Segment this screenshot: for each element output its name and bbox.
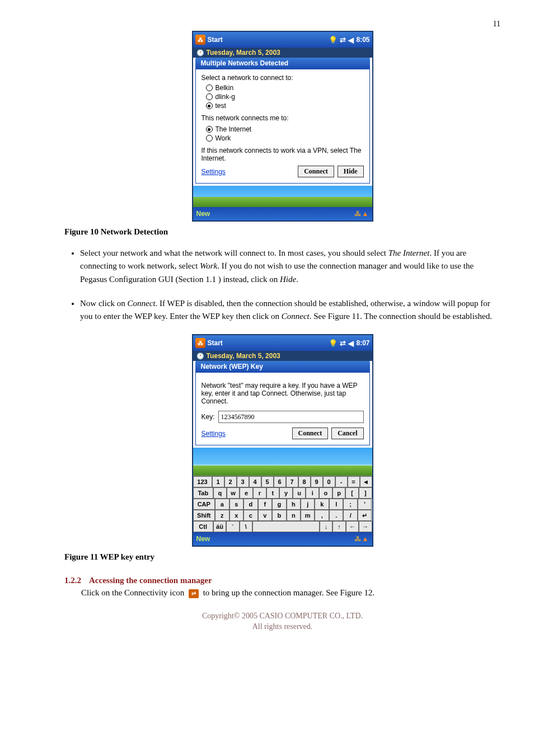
connect-button[interactable]: Connect	[298, 166, 334, 177]
keyboard-key[interactable]: 6	[274, 476, 286, 487]
network-option-belkin[interactable]: Belkin	[206, 84, 364, 92]
dest-option-internet[interactable]: The Internet	[206, 125, 364, 133]
keyboard-key[interactable]: CAP	[193, 499, 216, 510]
keyboard-key[interactable]: ◄	[360, 476, 372, 487]
keyboard-key[interactable]: 8	[298, 476, 311, 487]
tray-icon[interactable]: ▲	[362, 535, 369, 543]
keyboard-key[interactable]: y	[279, 487, 293, 499]
keyboard-key[interactable]: j	[301, 499, 315, 510]
dest-option-work[interactable]: Work	[206, 134, 364, 142]
keyboard-key[interactable]: ←	[346, 521, 359, 532]
bulb-icon[interactable]: 💡	[329, 339, 338, 348]
keyboard-key[interactable]: `	[226, 521, 239, 532]
keyboard-key[interactable]: .	[329, 510, 343, 521]
keyboard-key[interactable]: w	[227, 487, 240, 499]
keyboard-key[interactable]: 0	[323, 476, 335, 487]
keyboard-key[interactable]: f	[258, 499, 272, 510]
keyboard-key[interactable]: b	[272, 510, 286, 521]
keyboard-key[interactable]: u	[293, 487, 306, 499]
keyboard-key[interactable]: Tab	[193, 487, 214, 499]
keyboard-key[interactable]: e	[240, 487, 253, 499]
keyboard-key[interactable]: m	[301, 510, 315, 521]
keyboard-key[interactable]: áü	[213, 521, 226, 532]
tray-icon[interactable]: ▲	[362, 210, 369, 218]
keyboard-key[interactable]: ;	[343, 499, 357, 510]
keyboard-key[interactable]: a	[215, 499, 229, 510]
window-title[interactable]: Start	[208, 36, 329, 44]
keyboard-key[interactable]: 3	[237, 476, 249, 487]
keyboard-key[interactable]: ↓	[320, 521, 332, 532]
keyboard-key[interactable]	[252, 521, 320, 532]
keyboard-key[interactable]: ↵	[358, 510, 372, 521]
keyboard-key[interactable]: 2	[224, 476, 237, 487]
keyboard-key[interactable]: 5	[261, 476, 274, 487]
select-network-label: Select a network to connect to:	[202, 74, 364, 82]
bulb-icon[interactable]: 💡	[329, 36, 338, 44]
keyboard-key[interactable]: q	[213, 487, 227, 499]
network-option-test[interactable]: test	[206, 102, 364, 110]
clock[interactable]: 8:05	[356, 36, 369, 44]
soft-input-panel[interactable]: 1231234567890-=◄ Tabqwertyuiop[] CAPasdf…	[193, 476, 372, 532]
keyboard-key[interactable]: x	[229, 510, 243, 521]
connect-button[interactable]: Connect	[292, 428, 329, 439]
keyboard-key[interactable]: n	[287, 510, 301, 521]
keyboard-key[interactable]: 1	[212, 476, 224, 487]
keyboard-key[interactable]: r	[253, 487, 266, 499]
keyboard-key[interactable]: z	[215, 510, 229, 521]
settings-link[interactable]: Settings	[202, 430, 226, 438]
window-title-bar: ⁂ Start 💡 ⇄ ◀ 8:07	[193, 335, 372, 351]
keyboard-key[interactable]: '	[358, 499, 372, 510]
keyboard-key[interactable]: i	[306, 487, 319, 499]
keyboard-key[interactable]: o	[319, 487, 332, 499]
keyboard-key[interactable]: =	[348, 476, 360, 487]
start-flag-icon: ⁂	[195, 35, 205, 45]
keyboard-key[interactable]: v	[258, 510, 272, 521]
keyboard-key[interactable]: h	[287, 499, 301, 510]
window-title[interactable]: Start	[208, 339, 329, 347]
keyboard-key[interactable]: k	[315, 499, 329, 510]
wep-key-input[interactable]	[218, 411, 364, 423]
keyboard-key[interactable]: /	[343, 510, 357, 521]
keyboard-key[interactable]: d	[243, 499, 257, 510]
connectivity-icon[interactable]: ⇄	[340, 36, 346, 44]
speaker-icon[interactable]: ◀	[348, 339, 354, 348]
clock[interactable]: 8:07	[356, 339, 369, 347]
keyboard-key[interactable]: ↑	[332, 521, 345, 532]
keyboard-key[interactable]: ,	[315, 510, 329, 521]
keyboard-key[interactable]: →	[359, 521, 372, 532]
section-number: 1.2.2	[64, 576, 81, 585]
connectivity-icon[interactable]: ⇄	[340, 339, 346, 348]
keyboard-key[interactable]: ]	[359, 487, 372, 499]
keyboard-key[interactable]: Ctl	[193, 521, 213, 532]
settings-link[interactable]: Settings	[202, 168, 226, 176]
desktop-background	[193, 448, 372, 476]
keyboard-key[interactable]: 9	[311, 476, 323, 487]
keyboard-key[interactable]: -	[335, 476, 348, 487]
connects-to-label: This network connects me to:	[202, 114, 364, 122]
speaker-icon[interactable]: ◀	[348, 36, 354, 44]
keyboard-key[interactable]: Shift	[193, 510, 216, 521]
network-option-dlinkg[interactable]: dlink-g	[206, 93, 364, 101]
new-menu[interactable]: New	[196, 535, 210, 543]
keyboard-key[interactable]: t	[266, 487, 280, 499]
keyboard-key[interactable]: [	[345, 487, 359, 499]
keyboard-key[interactable]: c	[243, 510, 257, 521]
tray-icon[interactable]: 🖧	[354, 535, 361, 543]
text: . See Figure 11. The connection should b…	[310, 312, 492, 321]
keyboard-key[interactable]: p	[332, 487, 346, 499]
keyboard-key[interactable]: 123	[193, 476, 212, 487]
keyboard-key[interactable]: s	[229, 499, 243, 510]
tray-icon[interactable]: 🖧	[354, 210, 361, 218]
hide-button[interactable]: Hide	[338, 166, 364, 177]
keyboard-key[interactable]: 7	[286, 476, 298, 487]
keyboard-key[interactable]: g	[272, 499, 286, 510]
figure-11-caption: Figure 11 WEP key entry	[64, 552, 500, 562]
radio-icon	[206, 93, 213, 100]
new-menu[interactable]: New	[196, 210, 210, 218]
text: Now click on	[80, 299, 128, 308]
keyboard-key[interactable]: \	[240, 521, 252, 532]
sip-row-2: Tabqwertyuiop[]	[193, 487, 372, 499]
keyboard-key[interactable]: l	[329, 499, 343, 510]
keyboard-key[interactable]: 4	[249, 476, 261, 487]
cancel-button[interactable]: Cancel	[331, 428, 363, 439]
